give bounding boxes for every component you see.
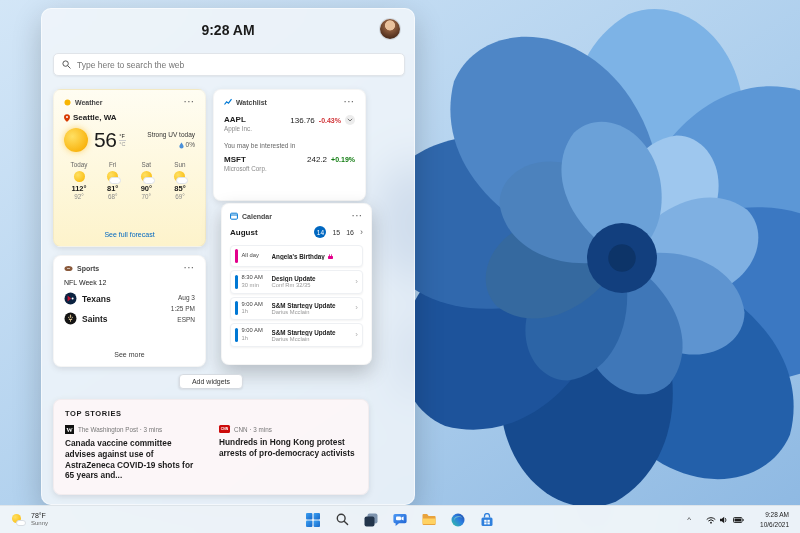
widgets-panel: 9:28 AM Weather ··· [41,8,415,505]
task-view-icon [364,513,378,527]
forecast-day[interactable]: Sat 90° 70° [133,161,159,200]
weather-icon [64,99,71,106]
story-headline[interactable]: Canada vaccine committee advises against… [65,438,203,481]
event-color-bar [235,328,238,342]
location-pin-icon [64,114,70,122]
stock-row-aapl[interactable]: AAPL Apple Inc. 136.76 -0.43% [224,115,355,132]
event-color-bar [235,301,238,315]
stock-change-negative: -0.43% [319,117,341,124]
news-story[interactable]: CNN CNN · 3 mins Hundreds in Hong Kong p… [219,425,357,481]
weather-widget-title: Weather [75,99,103,106]
search-icon [62,60,71,69]
chat-icon [393,513,407,527]
story-meta-text: The Washington Post · 3 mins [78,426,162,433]
calendar-menu-icon[interactable]: ··· [352,212,363,220]
windows-logo-icon [306,513,320,527]
droplet-icon [179,142,184,149]
battery-icon [733,516,744,524]
calendar-icon [230,212,238,220]
sports-league: NFL Week 12 [64,279,195,286]
calendar-day-selected[interactable]: 14 [314,226,326,238]
taskbar-weather-temp: 78°F [31,511,48,520]
store-icon [480,513,494,527]
weather-location: Seattle, WA [73,113,117,122]
search-icon [336,513,349,526]
football-icon [64,265,73,272]
dismiss-stock-button[interactable] [345,115,355,125]
forecast-day[interactable]: Fri 81° 68° [100,161,126,200]
partly-cloudy-icon [107,171,118,182]
calendar-month: August [230,228,258,237]
top-stories-header: TOP STORIES [65,409,357,418]
taskbar-weather-widget[interactable]: 78°F Sunny [5,509,55,530]
calendar-day[interactable]: 16 [346,229,354,236]
current-temperature: 56 [94,128,116,152]
cnn-logo: CNN [219,425,230,433]
watchlist-suggestion-label: You may be interested in [224,142,355,149]
game-date: Aug 3 [171,292,195,303]
weather-condition: Strong UV today [147,130,195,140]
start-button[interactable] [303,510,323,530]
saints-logo [64,312,77,325]
story-headline[interactable]: Hundreds in Hong Kong protest arrests of… [219,437,357,459]
game-time: 1:25 PM [171,303,195,314]
chevron-down-icon [347,118,353,122]
sports-widget[interactable]: Sports ··· NFL Week 12 Texans [53,255,206,367]
forecast-day[interactable]: Today 112° 92° [66,161,92,200]
sports-menu-icon[interactable]: ··· [184,264,195,272]
chat-button[interactable] [390,510,410,530]
volume-icon [720,516,729,524]
partly-cloudy-icon [141,171,152,182]
tray-date: 10/6/2021 [760,520,789,529]
file-explorer-button[interactable] [419,510,439,530]
weather-widget[interactable]: Weather ··· Seattle, WA 56 °F °C Strong … [53,89,206,247]
event-chevron-icon: › [355,331,358,339]
clock-date[interactable]: 9:28 AM 10/6/2021 [756,509,793,530]
system-tray-icons[interactable] [702,514,748,526]
search-input[interactable] [77,60,396,70]
watchlist-widget-title: Watchlist [236,99,267,106]
edge-browser-button[interactable] [448,510,468,530]
calendar-day[interactable]: 15 [332,229,340,236]
panel-time: 9:28 AM [42,22,414,38]
calendar-event[interactable]: 9:00 AM 1h S&M Startegy Update Darius Mc… [230,323,363,347]
stock-chart-icon [224,98,232,106]
calendar-widget[interactable]: Calendar ··· August 14 15 16 › All day [221,203,372,365]
stock-row-msft[interactable]: MSFT Microsoft Corp. 242.2 +0.19% [224,155,355,172]
event-color-bar [235,275,238,289]
partly-cloudy-icon [174,171,185,182]
hidden-icons-chevron[interactable]: ^ [684,513,694,526]
taskbar-search-button[interactable] [332,510,352,530]
calendar-event[interactable]: 8:30 AM 30 min Design Update Conf Rm 32/… [230,270,363,294]
stock-change-positive: +0.19% [331,156,355,163]
see-more-link[interactable]: See more [54,351,205,358]
see-full-forecast-link[interactable]: See full forecast [54,231,205,238]
watchlist-menu-icon[interactable]: ··· [344,98,355,106]
calendar-widget-title: Calendar [242,213,272,220]
sports-matchup[interactable]: Texans Saints [64,292,195,325]
forecast-day[interactable]: Sun 85° 69° [167,161,193,200]
taskbar: 78°F Sunny [0,505,800,533]
web-search-bar[interactable] [53,53,405,76]
store-button[interactable] [477,510,497,530]
temperature-units[interactable]: °F °C [119,133,125,147]
washington-post-logo: W [65,425,74,434]
story-meta-text: CNN · 3 mins [234,426,272,433]
add-widgets-button[interactable]: Add widgets [179,374,243,389]
calendar-next-icon[interactable]: › [360,228,363,237]
tray-time: 9:28 AM [760,510,789,519]
wifi-icon [706,516,716,524]
sunny-icon [64,128,88,152]
texans-logo [64,292,77,305]
birthday-cake-icon [327,253,334,260]
game-network: ESPN [171,314,195,325]
user-avatar[interactable] [380,19,400,39]
watchlist-widget[interactable]: Watchlist ··· AAPL Apple Inc. 136.76 -0.… [213,89,366,201]
calendar-event[interactable]: All day Angela's Birthday [230,245,363,267]
weather-menu-icon[interactable]: ··· [184,98,195,106]
task-view-button[interactable] [361,510,381,530]
folder-icon [422,513,436,526]
sunny-icon [74,171,85,182]
calendar-event[interactable]: 9:00 AM 1h S&M Startegy Update Darius Mc… [230,297,363,321]
news-story[interactable]: W The Washington Post · 3 mins Canada va… [65,425,203,481]
